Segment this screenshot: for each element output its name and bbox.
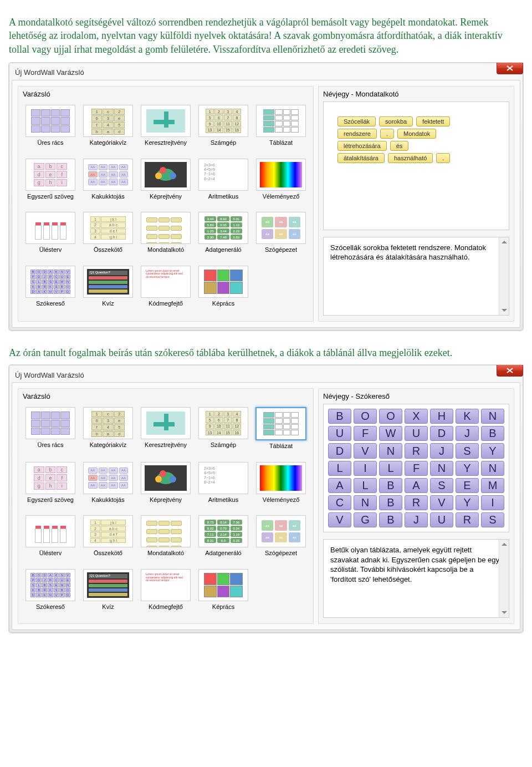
wordsearch-cell[interactable]: E bbox=[456, 478, 479, 493]
wordsearch-cell[interactable]: S bbox=[430, 478, 453, 493]
template-tile-ülésterv[interactable]: Ülésterv bbox=[25, 212, 76, 253]
wordsearch-cell[interactable]: F bbox=[354, 426, 377, 441]
template-tile-szókereső[interactable]: BODAKNVPDJRCUESLBSEMNKBRKSBODAKNVPDSzóke… bbox=[25, 569, 76, 611]
template-tile-kakukktojás[interactable]: AAAAAAAAAAAAAAAAAAAAAAAAKakukktojás bbox=[83, 462, 134, 504]
word-button[interactable]: átalakítására bbox=[337, 153, 385, 163]
wordsearch-cell[interactable]: L bbox=[328, 461, 351, 476]
template-tile-táblázat[interactable]: Táblázat bbox=[255, 105, 306, 146]
wordsearch-cell[interactable]: B bbox=[379, 512, 402, 527]
wordsearch-cell[interactable]: J bbox=[456, 426, 479, 441]
template-tile-táblázat[interactable]: Táblázat bbox=[255, 407, 306, 450]
wordsearch-cell[interactable]: N bbox=[481, 461, 504, 476]
wordsearch-cell[interactable]: A bbox=[405, 478, 428, 493]
word-button[interactable]: Mondatok bbox=[397, 129, 436, 139]
template-tile-mondatalkotó[interactable]: Mondatalkotó bbox=[140, 515, 191, 557]
wordsearch-cell[interactable]: V bbox=[430, 495, 453, 510]
template-tile-kódmegfejtő[interactable]: Lorem ipsum dolor sit amet consectetur a… bbox=[140, 266, 191, 307]
wordsearch-cell[interactable]: B bbox=[481, 426, 504, 441]
wordsearch-cell[interactable]: U bbox=[405, 426, 428, 441]
scrollbar[interactable] bbox=[499, 540, 509, 617]
template-tile-szógépezet[interactable]: aaaaaaaaaaaaSzógépezet bbox=[255, 515, 306, 557]
template-tile-adatgeneráló[interactable]: 3.448.920.315.830.351.131.253.442.232.30… bbox=[198, 212, 249, 253]
wordsearch-cell[interactable]: D bbox=[430, 426, 453, 441]
template-tile-véleményező[interactable]: Véleményező bbox=[255, 159, 306, 200]
wordsearch-cell[interactable]: V bbox=[328, 512, 351, 527]
wordsearch-cell[interactable]: R bbox=[405, 495, 428, 510]
wordsearch-cell[interactable]: R bbox=[456, 512, 479, 527]
scroll-up-button[interactable] bbox=[499, 540, 509, 549]
template-tile-adatgeneráló[interactable]: 8.758.147.368.920.790.247.112.141.198.31… bbox=[198, 515, 249, 557]
template-tile-képrejtvény[interactable]: Képrejtvény bbox=[140, 462, 191, 504]
template-tile-üres-rács[interactable]: Üres rács bbox=[25, 105, 76, 146]
wordsearch-cell[interactable]: V bbox=[354, 443, 377, 458]
template-tile-számgép[interactable]: 12345678910111213141516Számgép bbox=[198, 407, 249, 450]
close-button[interactable] bbox=[497, 63, 523, 74]
wordsearch-cell[interactable]: N bbox=[430, 461, 453, 476]
template-tile-kategóriakvíz[interactable]: 1c263ef45badKategóriakvíz bbox=[83, 105, 134, 146]
wordsearch-cell[interactable]: U bbox=[430, 512, 453, 527]
wordsearch-cell[interactable]: B bbox=[379, 478, 402, 493]
template-tile-összekötő[interactable]: 1j k l2a b c3d e f4g h iÖsszekötő bbox=[83, 212, 134, 253]
wordsearch-cell[interactable]: I bbox=[354, 461, 377, 476]
template-tile-kategóriakvíz[interactable]: 1c263ef45badKategóriakvíz bbox=[83, 407, 134, 450]
scroll-up-button[interactable] bbox=[499, 237, 509, 247]
template-tile-szógépezet[interactable]: aaaaaaaaaaaaSzógépezet bbox=[255, 212, 306, 253]
word-button[interactable]: . bbox=[380, 129, 394, 139]
template-tile-szókereső[interactable]: BODAKNVPDJRCUESLBSEMNKBRKSBODAKNVPDSzóke… bbox=[25, 266, 76, 307]
wordsearch-cell[interactable]: L bbox=[379, 461, 402, 476]
wordsearch-cell[interactable]: S bbox=[456, 443, 479, 458]
word-button[interactable]: és bbox=[390, 141, 409, 151]
word-button[interactable]: létrehozására bbox=[337, 141, 387, 151]
word-button[interactable]: használható bbox=[388, 153, 433, 163]
template-tile-keresztrejtvény[interactable]: Keresztrejtvény bbox=[140, 105, 191, 146]
template-tile-képrejtvény[interactable]: Képrejtvény bbox=[140, 159, 191, 200]
template-tile-összekötő[interactable]: 1j k l2a b c3d e f4g h iÖsszekötő bbox=[83, 515, 134, 557]
wordsearch-cell[interactable]: X bbox=[405, 409, 428, 424]
word-button[interactable]: . bbox=[436, 153, 450, 163]
wordsearch-cell[interactable]: U bbox=[328, 426, 351, 441]
word-button[interactable]: Szócellák bbox=[337, 116, 376, 126]
word-button[interactable]: sorokba bbox=[379, 116, 413, 126]
template-tile-aritmetikus[interactable]: 2×3=64+5=97−1=68÷2=4Aritmetikus bbox=[198, 462, 249, 504]
wordsearch-cell[interactable]: F bbox=[405, 461, 428, 476]
template-tile-mondatalkotó[interactable]: Mondatalkotó bbox=[140, 212, 191, 253]
template-tile-kódmegfejtő[interactable]: Lorem ipsum dolor sit amet consectetur a… bbox=[140, 569, 191, 611]
wordsearch-cell[interactable]: J bbox=[405, 512, 428, 527]
wordsearch-cell[interactable]: Y bbox=[481, 443, 504, 458]
close-button[interactable] bbox=[497, 365, 523, 377]
template-tile-kakukktojás[interactable]: AAAAAAAAAAAAAAAAAAAAAAAAKakukktojás bbox=[83, 159, 134, 200]
wordsearch-cell[interactable]: W bbox=[379, 426, 402, 441]
wordsearch-cell[interactable]: G bbox=[354, 512, 377, 527]
wordsearch-cell[interactable]: O bbox=[379, 409, 402, 424]
wordsearch-cell[interactable]: O bbox=[354, 409, 377, 424]
template-tile-véleményező[interactable]: Véleményező bbox=[255, 462, 306, 504]
wordsearch-cell[interactable]: N bbox=[481, 409, 504, 424]
wordsearch-cell[interactable]: N bbox=[354, 495, 377, 510]
template-tile-ülésterv[interactable]: Ülésterv bbox=[25, 515, 76, 557]
wordsearch-cell[interactable]: D bbox=[328, 443, 351, 458]
wordsearch-cell[interactable]: Y bbox=[456, 495, 479, 510]
wordsearch-cell[interactable]: M bbox=[481, 478, 504, 493]
wordsearch-cell[interactable]: N bbox=[379, 443, 402, 458]
wordsearch-cell[interactable]: J bbox=[430, 443, 453, 458]
wordsearch-cell[interactable]: Y bbox=[456, 461, 479, 476]
template-tile-képrács[interactable]: Képrács bbox=[198, 569, 249, 611]
template-tile-számgép[interactable]: 12345678910111213141516Számgép bbox=[198, 105, 249, 146]
template-tile-képrács[interactable]: Képrács bbox=[198, 266, 249, 307]
scroll-down-button[interactable] bbox=[499, 608, 509, 617]
template-tile-egyszerű-szöveg[interactable]: abcdefghiEgyszerű szöveg bbox=[25, 159, 76, 200]
wordsearch-cell[interactable]: L bbox=[354, 478, 377, 493]
wordsearch-cell[interactable]: I bbox=[481, 495, 504, 510]
wordsearch-cell[interactable]: S bbox=[481, 512, 504, 527]
scroll-down-button[interactable] bbox=[499, 306, 509, 315]
template-tile-egyszerű-szöveg[interactable]: abcdefghiEgyszerű szöveg bbox=[25, 462, 76, 504]
template-tile-üres-rács[interactable]: Üres rács bbox=[25, 407, 76, 450]
word-button[interactable]: fektetett bbox=[416, 116, 450, 126]
template-tile-kvíz[interactable]: Q1 Question?Kvíz bbox=[83, 569, 134, 611]
word-button[interactable]: rendszere bbox=[337, 129, 377, 139]
template-tile-kvíz[interactable]: Q1 Question?Kvíz bbox=[83, 266, 134, 307]
wordsearch-cell[interactable]: C bbox=[328, 495, 351, 510]
wordsearch-cell[interactable]: B bbox=[379, 495, 402, 510]
template-tile-aritmetikus[interactable]: 2×3=64+5=97−1=68÷2=4Aritmetikus bbox=[198, 159, 249, 200]
wordsearch-cell[interactable]: K bbox=[456, 409, 479, 424]
